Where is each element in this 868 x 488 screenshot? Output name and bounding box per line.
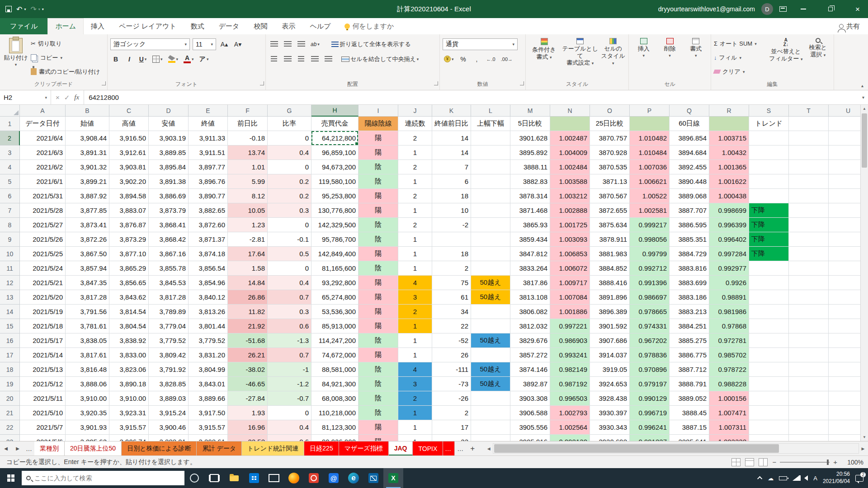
cell-L14[interactable] (471, 305, 510, 319)
sort-filter-button[interactable]: AZ↓ 並べ替えとフィルター ▾ (769, 37, 803, 80)
cell-P6[interactable]: 1.00522 (630, 189, 670, 203)
cell-K11[interactable]: 2 (432, 261, 471, 276)
cell-A9[interactable]: 2021/5/26 (20, 232, 66, 247)
cell-D7[interactable]: 3,873.79 (149, 203, 189, 218)
cell-E2[interactable]: 3,911.33 (189, 131, 228, 145)
cell-Q8[interactable]: 3886.595 (670, 218, 709, 232)
cell-E13[interactable]: 3,840.12 (189, 290, 228, 305)
cell-O22[interactable]: 3930.343 (590, 420, 630, 435)
cell-O23[interactable]: 3930.698 (590, 435, 630, 441)
cell-G23[interactable]: 0.6 (268, 435, 311, 441)
cell-F5[interactable]: 5.99 (228, 174, 268, 189)
font-name-combo[interactable]: 游ゴシック▾ (110, 38, 190, 50)
restore-button[interactable] (820, 0, 841, 18)
cell-K13[interactable]: 61 (432, 290, 471, 305)
cell-F21[interactable]: 1.93 (228, 406, 268, 420)
cell-S5[interactable] (749, 174, 789, 189)
cell-Q5[interactable]: 3890.448 (670, 174, 709, 189)
cell-I12[interactable]: 陽 (359, 276, 398, 290)
cell-K15[interactable]: 22 (432, 319, 471, 333)
cell-M11[interactable]: 3833.264 (510, 261, 550, 276)
tab-formulas[interactable]: 数式 (184, 18, 212, 34)
show-hidden-icons-icon[interactable] (757, 476, 762, 481)
cell-Q11[interactable]: 3883.816 (670, 261, 709, 276)
cell-Q2[interactable]: 3896.854 (670, 131, 709, 145)
cell-A10[interactable]: 2021/5/25 (20, 247, 66, 261)
column-header-L[interactable]: L (471, 105, 510, 117)
cell-T2[interactable] (789, 131, 829, 145)
outlook-taskbar-icon[interactable] (363, 468, 383, 488)
cell-S8[interactable]: 下降 (749, 218, 789, 232)
sheet-tab-マザーズ指標[interactable]: マザーズ指標 (339, 441, 389, 455)
tab-data[interactable]: データ (212, 18, 247, 34)
cell-B8[interactable]: 3,873.41 (66, 218, 109, 232)
cell-A6[interactable]: 2021/5/31 (20, 189, 66, 203)
cell-G2[interactable]: 0 (268, 131, 311, 145)
cell-K22[interactable]: 17 (432, 420, 471, 435)
cell-T5[interactable] (789, 174, 829, 189)
cell-C23[interactable]: 3,906.74 (109, 435, 149, 441)
cell-P15[interactable]: 0.974331 (630, 319, 670, 333)
cell-E14[interactable]: 3,813.26 (189, 305, 228, 319)
cell-I16[interactable]: 陰 (359, 333, 398, 348)
undo-icon[interactable]: ↶ (16, 5, 22, 14)
cell-Q23[interactable]: 3885.641 (670, 435, 709, 441)
cell-D1[interactable]: 安値 (149, 117, 189, 131)
cell-Q20[interactable]: 3889.052 (670, 391, 709, 406)
cell-B22[interactable]: 3,901.93 (66, 420, 109, 435)
column-header-T[interactable]: T (789, 105, 829, 117)
cell-L3[interactable] (471, 145, 510, 160)
cell-I13[interactable]: 陽 (359, 290, 398, 305)
cell-P19[interactable]: 0.979197 (630, 377, 670, 391)
cell-I18[interactable]: 陰 (359, 362, 398, 377)
cell-I23[interactable]: 陽 (359, 435, 398, 441)
cell-S12[interactable] (749, 276, 789, 290)
cell-C19[interactable]: 3,890.18 (109, 377, 149, 391)
cell-M13[interactable]: 3813.108 (510, 290, 550, 305)
align-center-button[interactable] (282, 53, 293, 65)
scroll-down-icon[interactable]: ▼ (861, 433, 868, 441)
row-header-7[interactable]: 7 (0, 203, 20, 218)
cell-B4[interactable]: 3,901.32 (66, 160, 109, 174)
cell-D2[interactable]: 3,903.19 (149, 131, 189, 145)
cell-E4[interactable]: 3,897.77 (189, 160, 228, 174)
undo-dropdown-icon[interactable]: ▾ (24, 7, 26, 11)
cell-D11[interactable]: 3,855.78 (149, 261, 189, 276)
cell-J15[interactable]: 1 (398, 319, 432, 333)
cell-T4[interactable] (789, 160, 829, 174)
sheet-tab-トレンド統計関連[interactable]: トレンド統計関連 (242, 441, 304, 455)
cell-M1[interactable]: 5日比較 (510, 117, 550, 131)
cell-N10[interactable]: 1.006853 (550, 247, 590, 261)
cell-B23[interactable]: 3,895.63 (66, 435, 109, 441)
cell-O4[interactable]: 3870.535 (590, 160, 630, 174)
page-break-view-icon[interactable] (759, 458, 768, 466)
cell-I20[interactable]: 陰 (359, 391, 398, 406)
wrap-text-button[interactable]: 折り返して全体を表示する (330, 38, 412, 50)
cell-F2[interactable]: -0.18 (228, 131, 268, 145)
italic-button[interactable]: I (124, 53, 135, 65)
cell-A15[interactable]: 2021/5/18 (20, 319, 66, 333)
cell-T23[interactable] (789, 435, 829, 441)
cell-P21[interactable]: 0.996719 (630, 406, 670, 420)
mail-at-taskbar-icon[interactable] (324, 468, 344, 488)
cell-O12[interactable]: 3888.416 (590, 276, 630, 290)
cell-T9[interactable] (789, 232, 829, 247)
cell-T16[interactable] (789, 333, 829, 348)
page-layout-view-icon[interactable] (745, 458, 754, 466)
cell-K6[interactable]: 18 (432, 189, 471, 203)
cell-G15[interactable]: 0.6 (268, 319, 311, 333)
cell-D5[interactable]: 3,891.38 (149, 174, 189, 189)
horizontal-scroll-thumb[interactable] (494, 444, 779, 453)
cell-S4[interactable] (749, 160, 789, 174)
cell-A11[interactable]: 2021/5/24 (20, 261, 66, 276)
cell-M14[interactable]: 3806.082 (510, 305, 550, 319)
cell-J22[interactable]: 1 (398, 420, 432, 435)
cell-E11[interactable]: 3,856.54 (189, 261, 228, 276)
cell-L15[interactable] (471, 319, 510, 333)
cell-O13[interactable]: 3891.896 (590, 290, 630, 305)
insert-function-icon[interactable]: fx (74, 94, 79, 101)
row-header-1[interactable]: 1 (0, 117, 20, 131)
cell-M9[interactable]: 3859.434 (510, 232, 550, 247)
cell-L11[interactable] (471, 261, 510, 276)
cell-P4[interactable]: 1.007036 (630, 160, 670, 174)
